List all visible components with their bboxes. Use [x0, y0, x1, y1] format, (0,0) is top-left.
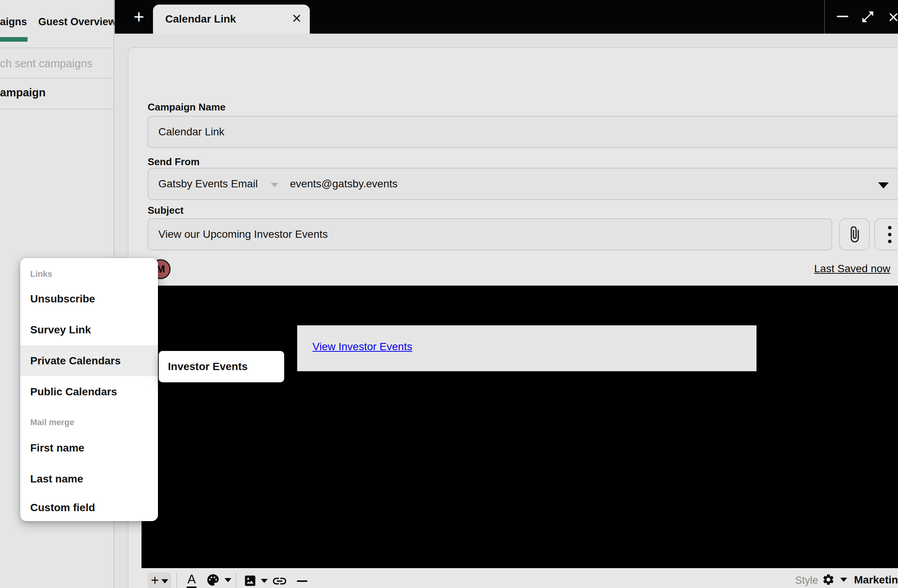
- toolbar-divider: [176, 573, 177, 588]
- email-link-block[interactable]: View Investor Events: [297, 325, 756, 371]
- theme-color-button[interactable]: [206, 573, 231, 587]
- titlebar-divider: [824, 0, 825, 34]
- send-from-label: Send From: [148, 156, 200, 168]
- divider: [0, 47, 114, 48]
- tab-title: Calendar Link: [165, 13, 236, 25]
- chevron-down-icon: [271, 183, 278, 187]
- screen: aigns Guest Overview ch sent campaigns a…: [0, 0, 898, 588]
- tab-campaigns[interactable]: aigns: [0, 16, 27, 28]
- minimize-button[interactable]: [837, 16, 848, 17]
- campaign-editor-window: + Calendar Link × × Campaign Name Calend…: [115, 0, 898, 588]
- chevron-down-icon: [840, 578, 847, 582]
- send-from-account: Gatsby Events Email: [158, 178, 258, 190]
- campaign-name-value: Calendar Link: [158, 126, 224, 138]
- menu-item-private-calendars[interactable]: Private Calendars: [20, 345, 158, 376]
- more-options-button[interactable]: [874, 218, 898, 250]
- new-tab-button[interactable]: +: [126, 0, 151, 34]
- paperclip-icon: [846, 226, 863, 243]
- insert-image-button[interactable]: [243, 574, 268, 588]
- email-body-editor[interactable]: View Investor Events: [142, 286, 898, 568]
- chevron-down-icon: [224, 578, 231, 582]
- close-tab-icon[interactable]: ×: [292, 10, 301, 26]
- menu-item-first-name[interactable]: First name: [20, 432, 158, 463]
- template-selector-value: Marketing: [854, 574, 898, 586]
- style-settings-button[interactable]: [822, 573, 847, 586]
- attach-button[interactable]: [839, 218, 870, 250]
- last-saved-link[interactable]: Last Saved now: [814, 263, 890, 275]
- gear-icon: [822, 573, 835, 586]
- window-titlebar: + Calendar Link × ×: [115, 0, 898, 34]
- insert-menu: Links Unsubscribe Survey Link Private Ca…: [20, 258, 158, 521]
- insert-link-button[interactable]: [272, 573, 288, 588]
- chevron-down-icon: [161, 579, 168, 583]
- send-from-select[interactable]: Gatsby Events Email events@gatsby.events: [148, 168, 898, 200]
- kebab-icon: [888, 226, 891, 229]
- text-color-button[interactable]: A: [187, 572, 197, 588]
- expand-icon[interactable]: [861, 10, 875, 24]
- menu-item-custom-field[interactable]: Custom field: [20, 494, 158, 521]
- template-selector[interactable]: Marketing: [854, 574, 898, 586]
- menu-item-last-name[interactable]: Last name: [20, 463, 158, 494]
- dropdown-caret-icon[interactable]: [878, 182, 889, 188]
- insert-button[interactable]: +: [148, 572, 171, 588]
- campaign-name-input[interactable]: Calendar Link: [148, 116, 898, 148]
- menu-item-survey-link[interactable]: Survey Link: [20, 314, 158, 345]
- menu-item-unsubscribe[interactable]: Unsubscribe: [20, 283, 158, 314]
- tab-calendar-link[interactable]: Calendar Link ×: [153, 5, 310, 34]
- send-from-email: events@gatsby.events: [290, 178, 398, 190]
- image-icon: [243, 574, 257, 588]
- insert-divider-button[interactable]: [297, 580, 307, 582]
- subject-label: Subject: [148, 205, 184, 216]
- menu-item-public-calendars[interactable]: Public Calendars: [20, 376, 158, 407]
- campaign-name-label: Campaign Name: [148, 101, 226, 113]
- campaign-form-card: Campaign Name Calendar Link Send From Ga…: [128, 47, 898, 588]
- menu-section-header-mail-merge: Mail merge: [20, 407, 158, 432]
- active-tab-indicator: [0, 37, 28, 42]
- plus-icon: +: [133, 8, 144, 26]
- sidebar-item-campaign[interactable]: ampaign: [0, 86, 46, 99]
- toolbar-divider: [236, 573, 236, 588]
- style-label: Style: [795, 575, 818, 586]
- divider: [0, 109, 114, 109]
- tab-guest-overview[interactable]: Guest Overview: [38, 16, 116, 28]
- menu-section-header-links: Links: [20, 265, 158, 283]
- palette-icon: [206, 573, 220, 587]
- close-window-button[interactable]: ×: [882, 0, 898, 34]
- submenu-investor-events[interactable]: Investor Events: [159, 351, 284, 382]
- subject-input[interactable]: View our Upcoming Investor Events: [148, 218, 832, 250]
- subject-value: View our Upcoming Investor Events: [158, 228, 328, 240]
- investor-events-link[interactable]: View Investor Events: [312, 341, 412, 353]
- search-sent-campaigns-input[interactable]: ch sent campaigns: [0, 57, 93, 70]
- chevron-down-icon: [261, 579, 268, 583]
- divider: [0, 78, 114, 79]
- link-icon: [272, 573, 288, 588]
